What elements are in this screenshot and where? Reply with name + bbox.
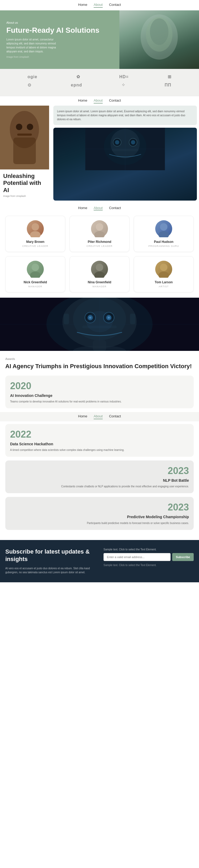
hero-credit: Image from Unsplash xyxy=(6,56,113,58)
team-section: Home About Contact Mary Brown CREATIVE L… xyxy=(0,200,199,298)
robot-svg xyxy=(135,10,183,69)
awards-section: Awards AI Agency Triumphs in Prestigious… xyxy=(0,351,199,540)
nav3-contact[interactable]: Contact xyxy=(109,414,121,419)
logo-pi: ΠΠ xyxy=(165,83,171,88)
member-name-1: Piter Richmond xyxy=(88,240,112,244)
award-desc-1: A timed competition where data scientist… xyxy=(10,448,189,452)
nav2-contact[interactable]: Contact xyxy=(109,98,121,103)
svg-point-30 xyxy=(158,272,169,278)
svg-point-22 xyxy=(94,231,105,237)
hero-label: About us xyxy=(6,21,113,24)
svg-rect-5 xyxy=(13,137,36,164)
member-role-5: ARTIST xyxy=(159,285,169,288)
email-input[interactable] xyxy=(104,553,171,561)
avatar-paul xyxy=(155,220,172,237)
robot-svg-right xyxy=(53,128,197,170)
team-nav-home[interactable]: Home xyxy=(78,206,87,210)
info-box: Lorem ipsum dolor sit amet. Lorem ipsum … xyxy=(53,105,197,125)
svg-rect-8 xyxy=(17,133,32,136)
nav3-about[interactable]: About xyxy=(94,414,103,419)
member-role-2: PROGRAMMING GURU xyxy=(149,245,179,247)
award-desc-0: Teams compete to develop innovative AI s… xyxy=(10,400,189,404)
svg-rect-47 xyxy=(64,314,69,324)
nav2-about[interactable]: About xyxy=(94,98,103,103)
member-role-3: MANAGER xyxy=(28,285,42,288)
robot-image-right xyxy=(53,128,197,200)
svg-point-0 xyxy=(141,14,178,60)
robot-banner-svg xyxy=(0,298,199,351)
subscribe-title: Subscribe for latest updates & insights xyxy=(5,548,95,563)
avatar-piter xyxy=(91,220,108,237)
award-desc-2: Contestants create chatbots or NLP appli… xyxy=(10,485,189,488)
robot-face-hero xyxy=(119,10,199,69)
award-name-3: Predictive Modeling Championship xyxy=(10,515,189,519)
unleashing-section: Unleashing Potential with AI Image from … xyxy=(0,105,199,200)
team-card-2: Paul Hudson PROGRAMMING GURU xyxy=(134,216,194,252)
svg-point-24 xyxy=(158,231,169,237)
svg-point-1 xyxy=(146,17,172,52)
subscribe-sample2: Sample text. Click to select the Text El… xyxy=(104,564,194,567)
team-nav-about[interactable]: About xyxy=(94,206,103,210)
team-card-5: Tom Larson ARTIST xyxy=(134,256,194,292)
nav-home[interactable]: Home xyxy=(78,3,87,8)
subscribe-right: Sample text. Click to select the Text El… xyxy=(104,548,194,574)
unleashing-title: Unleashing Potential with AI xyxy=(0,169,49,195)
awards-title: AI Agency Triumphs in Prestigious Innova… xyxy=(5,363,194,370)
team-nav-contact[interactable]: Contact xyxy=(109,206,121,210)
subscribe-section: Subscribe for latest updates & insights … xyxy=(0,540,199,582)
award-name-1: Data Science Hackathon xyxy=(10,441,189,446)
avatar-tom xyxy=(155,261,172,278)
logo-row-2: ⊙ epnd ⁘ ΠΠ xyxy=(8,83,191,88)
svg-point-6 xyxy=(16,124,22,130)
nav-contact[interactable]: Contact xyxy=(109,3,121,8)
team-card-0: Mary Brown CREATIVE LEADER xyxy=(5,216,65,252)
award-year-1: 2022 xyxy=(10,429,189,440)
member-name-2: Paul Hudson xyxy=(154,240,173,244)
nav2-home[interactable]: Home xyxy=(78,98,87,103)
svg-rect-48 xyxy=(130,314,135,324)
nav2: Home About Contact xyxy=(0,96,199,105)
subscribe-body: At vero eos et accusam et justo duo dolo… xyxy=(5,566,95,574)
hero-section: About us Future-Ready AI Solutions Lorem… xyxy=(0,10,199,69)
award-year-2: 2023 xyxy=(10,465,189,476)
svg-point-2 xyxy=(150,18,168,45)
award-desc-3: Participants build predictive models to … xyxy=(10,521,189,525)
logo-dots: ⁘ xyxy=(122,83,125,88)
member-name-3: Nick Greenfield xyxy=(24,280,47,284)
unleashing-left: Unleashing Potential with AI Image from … xyxy=(0,105,49,200)
svg-point-29 xyxy=(160,264,167,271)
award-card-0: 2020 AI Innovation Challenge Teams compe… xyxy=(5,376,194,408)
member-role-0: CREATIVE LEADER xyxy=(22,245,48,247)
svg-point-28 xyxy=(94,272,105,278)
unleashing-right: Lorem ipsum dolor sit amet. Lorem ipsum … xyxy=(53,105,199,200)
avatar-nina xyxy=(91,261,108,278)
award-card-2: 2023 NLP Bot Battle Contestants create c… xyxy=(5,461,194,493)
hero-image xyxy=(119,10,199,69)
member-role-1: CREATIVE LEADER xyxy=(86,245,113,247)
svg-point-15 xyxy=(131,140,135,145)
award-year-3: 2023 xyxy=(10,502,189,513)
logo-hd: HD≡ xyxy=(119,74,128,79)
member-name-5: Tom Larson xyxy=(155,280,173,284)
subscribe-left: Subscribe for latest updates & insights … xyxy=(5,548,95,574)
subscribe-button[interactable]: Subscribe xyxy=(172,553,194,561)
awards-label: Awards xyxy=(5,357,194,361)
logo-grid: ⊞ xyxy=(168,74,171,79)
nav-about[interactable]: About xyxy=(94,3,103,8)
logo-row-1: ogie ✿ HD≡ ⊞ xyxy=(8,74,191,79)
robot-image-left xyxy=(0,105,49,169)
svg-point-19 xyxy=(32,223,39,230)
svg-point-26 xyxy=(30,272,41,278)
svg-point-25 xyxy=(32,264,39,271)
subscribe-sample1: Sample text. Click to select the Text El… xyxy=(104,548,194,551)
member-name-0: Mary Brown xyxy=(26,240,45,244)
email-row: Subscribe xyxy=(104,553,194,561)
logo-ogie: ogie xyxy=(28,74,37,79)
team-nav: Home About Contact xyxy=(5,206,194,210)
award-card-1: 2022 Data Science Hackathon A timed comp… xyxy=(5,424,194,457)
nav3-home[interactable]: Home xyxy=(78,414,87,419)
svg-point-27 xyxy=(96,264,103,271)
award-name-0: AI Innovation Challenge xyxy=(10,393,189,398)
logos-section: ogie ✿ HD≡ ⊞ ⊙ epnd ⁘ ΠΠ xyxy=(0,69,199,96)
robot-svg-left xyxy=(0,105,49,169)
